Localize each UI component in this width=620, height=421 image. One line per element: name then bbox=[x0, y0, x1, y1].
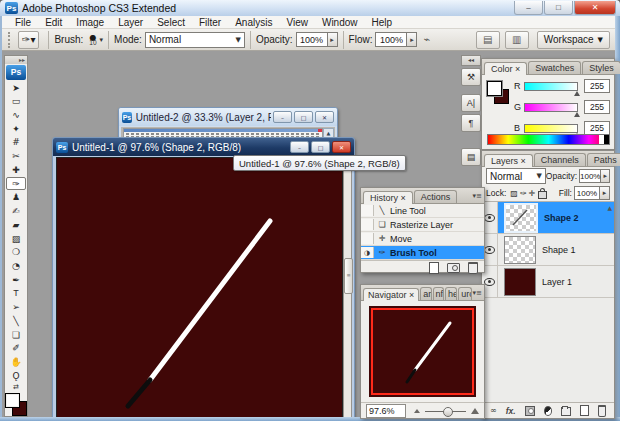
blue-value-input[interactable]: 255 bbox=[584, 121, 610, 135]
tab-navigator[interactable]: Navigator × bbox=[363, 288, 419, 301]
layer-thumbnail[interactable] bbox=[504, 203, 538, 233]
layer-row-shape2[interactable]: Shape 2 ▲ bbox=[482, 202, 614, 234]
tab-truncated-urce[interactable]: urce bbox=[458, 287, 471, 300]
gradient-tool-button[interactable]: ▨ bbox=[6, 232, 26, 246]
menu-image[interactable]: Image bbox=[69, 17, 111, 28]
tab-histogram-truncated[interactable]: am bbox=[420, 287, 431, 300]
tab-actions[interactable]: Actions bbox=[414, 190, 458, 203]
scroll-up-icon[interactable]: ▲ bbox=[607, 204, 612, 211]
history-step-brush-tool[interactable]: ◑ ✑ Brush Tool bbox=[361, 246, 484, 260]
layer-opacity-input[interactable]: 100% bbox=[579, 169, 601, 183]
delete-state-icon[interactable] bbox=[468, 262, 478, 274]
tool-presets-panel-icon[interactable]: ⚒ bbox=[461, 68, 481, 86]
tab-layers[interactable]: Layers × bbox=[484, 154, 533, 167]
red-slider-handle[interactable] bbox=[574, 91, 580, 96]
eyedropper-tool-button[interactable]: ✐ bbox=[6, 341, 26, 355]
zoom-slider-handle[interactable] bbox=[443, 407, 453, 417]
menu-help[interactable]: Help bbox=[365, 17, 400, 28]
layer-row-shape1[interactable]: Shape 1 bbox=[482, 234, 614, 266]
foreground-color-swatch[interactable] bbox=[487, 81, 502, 96]
brush-tool-button[interactable]: ✑ bbox=[6, 177, 26, 191]
maximize-button[interactable]: □ bbox=[544, 1, 573, 15]
current-tool-dropdown[interactable]: ✑ ▾ bbox=[18, 31, 39, 49]
options-bar-grip[interactable] bbox=[8, 32, 14, 48]
new-layer-icon[interactable] bbox=[580, 405, 588, 416]
palette-well-icon[interactable]: ▤ bbox=[476, 31, 500, 49]
tab-styles[interactable]: Styles bbox=[582, 61, 620, 74]
rectangular-marquee-tool-button[interactable]: ▭ bbox=[6, 94, 26, 108]
flow-slider-arrow-icon[interactable]: ▸ bbox=[407, 32, 417, 47]
panel-menu-icon[interactable]: ▾≡ bbox=[473, 192, 482, 200]
notes-tool-button[interactable]: ❏ bbox=[6, 328, 26, 342]
type-tool-button[interactable]: T bbox=[6, 287, 26, 301]
menu-analysis[interactable]: Analysis bbox=[228, 17, 279, 28]
green-slider[interactable] bbox=[524, 103, 578, 112]
red-slider[interactable] bbox=[524, 82, 578, 91]
maximize-button[interactable]: □ bbox=[311, 141, 330, 153]
foreground-color-swatch[interactable] bbox=[5, 393, 20, 408]
flow-input[interactable]: 100% bbox=[375, 32, 407, 47]
opacity-input[interactable]: 100% bbox=[296, 32, 328, 47]
swap-colors-icon[interactable]: ⇄ bbox=[13, 383, 19, 392]
close-button[interactable]: ✕ bbox=[574, 1, 616, 15]
move-tool-button[interactable]: ➤ bbox=[6, 81, 26, 95]
lock-transparency-icon[interactable]: ▨ bbox=[510, 189, 518, 198]
document-window-untitled1[interactable]: Ps Untitled-1 @ 97.6% (Shape 2, RGB/8) –… bbox=[52, 137, 355, 421]
history-source-checkbox[interactable] bbox=[361, 205, 374, 216]
history-source-checkbox[interactable] bbox=[361, 219, 374, 230]
layer-name[interactable]: Layer 1 bbox=[542, 277, 572, 287]
character-panel-icon[interactable]: A| bbox=[461, 94, 481, 112]
navigator-thumbnail[interactable] bbox=[369, 306, 476, 397]
lock-all-icon[interactable] bbox=[538, 191, 547, 199]
menu-view[interactable]: View bbox=[279, 17, 315, 28]
history-step-line-tool[interactable]: ╲ Line Tool bbox=[361, 204, 484, 218]
layer-name[interactable]: Shape 2 bbox=[544, 213, 579, 223]
minimize-button[interactable]: – bbox=[290, 141, 309, 153]
brush-preset-picker[interactable]: ● 10 bbox=[89, 35, 96, 45]
lasso-tool-button[interactable]: ∿ bbox=[6, 108, 26, 122]
delete-layer-icon[interactable] bbox=[598, 405, 606, 417]
blue-slider[interactable] bbox=[524, 124, 578, 133]
layer-row-layer1[interactable]: Layer 1 bbox=[482, 266, 614, 298]
zoom-out-icon[interactable] bbox=[414, 409, 420, 413]
history-brush-tool-button[interactable]: ✍ bbox=[6, 204, 26, 218]
zoom-slider[interactable] bbox=[425, 411, 466, 412]
dodge-tool-button[interactable]: ◔ bbox=[6, 259, 26, 273]
zoom-percentage-input[interactable]: 97.6% bbox=[366, 404, 406, 418]
untitled1-canvas[interactable] bbox=[56, 157, 343, 419]
tab-truncated-hes[interactable]: hes bbox=[445, 287, 457, 300]
expand-dock-icon[interactable]: ◂◂ bbox=[461, 55, 481, 66]
airbrush-toggle-icon[interactable]: ⌁ bbox=[423, 33, 430, 46]
pen-tool-button[interactable]: ✒ bbox=[6, 273, 26, 287]
untitled1-titlebar[interactable]: Ps Untitled-1 @ 97.6% (Shape 2, RGB/8) –… bbox=[53, 138, 354, 156]
adjustment-layer-icon[interactable] bbox=[544, 406, 552, 416]
blend-mode-select[interactable]: Normal ▼ bbox=[145, 32, 245, 48]
new-group-icon[interactable] bbox=[561, 407, 571, 416]
spot-healing-brush-tool-button[interactable]: ✚ bbox=[6, 163, 26, 177]
new-snapshot-icon[interactable] bbox=[447, 263, 460, 273]
menu-select[interactable]: Select bbox=[150, 17, 192, 28]
clone-stamp-tool-button[interactable]: ♟ bbox=[6, 190, 26, 204]
zoom-tool-button[interactable]: Ǫ bbox=[6, 369, 26, 383]
color-spectrum-ramp[interactable] bbox=[487, 134, 610, 145]
minimize-button[interactable]: – bbox=[273, 111, 292, 123]
line-tool-button[interactable]: ╲ bbox=[6, 314, 26, 328]
slice-tool-button[interactable]: ✂ bbox=[6, 149, 26, 163]
tab-swatches[interactable]: Swatches bbox=[528, 61, 581, 74]
history-step-rasterize-layer[interactable]: ❏ Rasterize Layer bbox=[361, 218, 484, 232]
fill-slider-arrow-icon[interactable]: ▸ bbox=[600, 186, 610, 200]
navigator-proxy-view-box[interactable] bbox=[371, 308, 474, 395]
bridge-icon[interactable]: ▥ bbox=[505, 31, 529, 49]
add-layer-mask-icon[interactable] bbox=[525, 406, 535, 416]
new-document-from-state-icon[interactable] bbox=[429, 262, 439, 274]
layer-thumbnail[interactable] bbox=[504, 268, 536, 296]
menu-window[interactable]: Window bbox=[315, 17, 365, 28]
minimize-button[interactable]: – bbox=[514, 1, 543, 15]
hand-tool-button[interactable]: ✋ bbox=[6, 355, 26, 369]
layer-name[interactable]: Shape 1 bbox=[542, 245, 576, 255]
tab-color[interactable]: Color × bbox=[484, 62, 527, 75]
lock-position-icon[interactable]: ✛ bbox=[529, 189, 536, 198]
app-titlebar[interactable]: Ps Adobe Photoshop CS3 Extended – □ ✕ bbox=[0, 0, 620, 17]
menu-file[interactable]: File bbox=[8, 17, 38, 28]
tab-info-truncated[interactable]: nfo bbox=[433, 287, 444, 300]
